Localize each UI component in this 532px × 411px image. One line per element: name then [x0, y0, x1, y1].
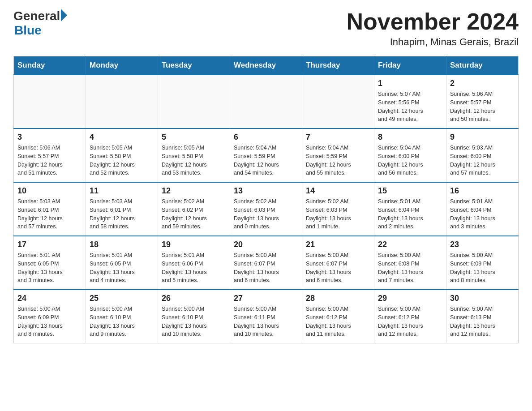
calendar-cell: 29Sunrise: 5:00 AMSunset: 6:12 PMDayligh…	[374, 290, 446, 343]
calendar-cell: 25Sunrise: 5:00 AMSunset: 6:10 PMDayligh…	[86, 290, 158, 343]
day-info: Sunrise: 5:01 AMSunset: 6:04 PMDaylight:…	[378, 197, 442, 231]
day-info: Sunrise: 5:07 AMSunset: 5:56 PMDaylight:…	[378, 90, 442, 124]
calendar-cell: 1Sunrise: 5:07 AMSunset: 5:56 PMDaylight…	[374, 75, 446, 128]
day-info: Sunrise: 5:05 AMSunset: 5:58 PMDaylight:…	[162, 144, 226, 177]
day-number: 7	[306, 133, 370, 142]
calendar-subtitle: Inhapim, Minas Gerais, Brazil	[347, 36, 519, 48]
day-info: Sunrise: 5:00 AMSunset: 6:10 PMDaylight:…	[162, 305, 226, 338]
day-info: Sunrise: 5:02 AMSunset: 6:02 PMDaylight:…	[162, 197, 226, 231]
day-info: Sunrise: 5:00 AMSunset: 6:09 PMDaylight:…	[450, 251, 515, 285]
calendar-cell: 23Sunrise: 5:00 AMSunset: 6:09 PMDayligh…	[446, 236, 519, 290]
day-number: 28	[306, 294, 370, 303]
weekday-header-tuesday: Tuesday	[158, 56, 230, 75]
day-number: 30	[450, 294, 515, 303]
day-info: Sunrise: 5:03 AMSunset: 6:01 PMDaylight:…	[90, 197, 154, 231]
day-number: 18	[90, 240, 154, 249]
day-number: 2	[450, 79, 515, 88]
day-number: 12	[162, 186, 226, 196]
calendar-cell: 22Sunrise: 5:00 AMSunset: 6:08 PMDayligh…	[374, 236, 446, 290]
day-number: 13	[234, 186, 298, 196]
day-number: 14	[306, 186, 370, 196]
calendar-cell: 16Sunrise: 5:01 AMSunset: 6:04 PMDayligh…	[446, 182, 519, 236]
day-number: 5	[162, 133, 226, 142]
calendar-cell: 8Sunrise: 5:04 AMSunset: 6:00 PMDaylight…	[374, 128, 446, 182]
day-info: Sunrise: 5:00 AMSunset: 6:10 PMDaylight:…	[90, 305, 154, 338]
day-info: Sunrise: 5:01 AMSunset: 6:05 PMDaylight:…	[90, 251, 154, 285]
day-number: 10	[17, 186, 82, 196]
calendar-cell: 28Sunrise: 5:00 AMSunset: 6:12 PMDayligh…	[302, 290, 374, 343]
day-number: 8	[378, 133, 442, 142]
day-info: Sunrise: 5:00 AMSunset: 6:13 PMDaylight:…	[450, 305, 515, 338]
calendar-cell: 2Sunrise: 5:06 AMSunset: 5:57 PMDaylight…	[446, 75, 519, 128]
calendar-cell: 15Sunrise: 5:01 AMSunset: 6:04 PMDayligh…	[374, 182, 446, 236]
day-number: 21	[306, 240, 370, 249]
weekday-header-saturday: Saturday	[446, 56, 519, 75]
day-info: Sunrise: 5:04 AMSunset: 5:59 PMDaylight:…	[306, 144, 370, 177]
header: General Blue November 2024 Inhapim, Mina…	[13, 9, 519, 48]
calendar-cell: 13Sunrise: 5:02 AMSunset: 6:03 PMDayligh…	[230, 182, 302, 236]
calendar-header: SundayMondayTuesdayWednesdayThursdayFrid…	[14, 56, 519, 75]
calendar-week-row: 1Sunrise: 5:07 AMSunset: 5:56 PMDaylight…	[14, 75, 519, 128]
day-number: 20	[234, 240, 298, 249]
day-number: 23	[450, 240, 515, 249]
calendar-cell: 24Sunrise: 5:00 AMSunset: 6:09 PMDayligh…	[14, 290, 86, 343]
calendar-cell: 18Sunrise: 5:01 AMSunset: 6:05 PMDayligh…	[86, 236, 158, 290]
calendar-cell: 26Sunrise: 5:00 AMSunset: 6:10 PMDayligh…	[158, 290, 230, 343]
day-info: Sunrise: 5:04 AMSunset: 6:00 PMDaylight:…	[378, 144, 442, 177]
calendar-cell: 19Sunrise: 5:01 AMSunset: 6:06 PMDayligh…	[158, 236, 230, 290]
calendar-cell: 11Sunrise: 5:03 AMSunset: 6:01 PMDayligh…	[86, 182, 158, 236]
calendar-week-row: 10Sunrise: 5:03 AMSunset: 6:01 PMDayligh…	[14, 182, 519, 236]
weekday-header-sunday: Sunday	[14, 56, 86, 75]
day-info: Sunrise: 5:00 AMSunset: 6:12 PMDaylight:…	[378, 305, 442, 338]
day-number: 4	[90, 133, 154, 142]
day-number: 17	[17, 240, 82, 249]
calendar-cell: 17Sunrise: 5:01 AMSunset: 6:05 PMDayligh…	[14, 236, 86, 290]
calendar-cell: 3Sunrise: 5:06 AMSunset: 5:57 PMDaylight…	[14, 128, 86, 182]
calendar-cell: 5Sunrise: 5:05 AMSunset: 5:58 PMDaylight…	[158, 128, 230, 182]
calendar-cell: 7Sunrise: 5:04 AMSunset: 5:59 PMDaylight…	[302, 128, 374, 182]
day-number: 1	[378, 79, 442, 88]
calendar-cell: 12Sunrise: 5:02 AMSunset: 6:02 PMDayligh…	[158, 182, 230, 236]
calendar-cell: 27Sunrise: 5:00 AMSunset: 6:11 PMDayligh…	[230, 290, 302, 343]
calendar-body: 1Sunrise: 5:07 AMSunset: 5:56 PMDaylight…	[14, 75, 519, 343]
day-info: Sunrise: 5:00 AMSunset: 6:07 PMDaylight:…	[306, 251, 370, 285]
calendar-cell	[14, 75, 86, 128]
calendar-cell	[158, 75, 230, 128]
calendar-table: SundayMondayTuesdayWednesdayThursdayFrid…	[13, 56, 519, 343]
day-number: 16	[450, 186, 515, 196]
day-number: 15	[378, 186, 442, 196]
calendar-cell: 10Sunrise: 5:03 AMSunset: 6:01 PMDayligh…	[14, 182, 86, 236]
day-number: 22	[378, 240, 442, 249]
day-number: 11	[90, 186, 154, 196]
day-info: Sunrise: 5:01 AMSunset: 6:04 PMDaylight:…	[450, 197, 515, 231]
calendar-cell	[302, 75, 374, 128]
calendar-week-row: 24Sunrise: 5:00 AMSunset: 6:09 PMDayligh…	[14, 290, 519, 343]
day-info: Sunrise: 5:01 AMSunset: 6:05 PMDaylight:…	[17, 251, 82, 285]
day-number: 29	[378, 294, 442, 303]
calendar-cell: 14Sunrise: 5:02 AMSunset: 6:03 PMDayligh…	[302, 182, 374, 236]
day-info: Sunrise: 5:01 AMSunset: 6:06 PMDaylight:…	[162, 251, 226, 285]
day-number: 3	[17, 133, 82, 142]
day-info: Sunrise: 5:00 AMSunset: 6:12 PMDaylight:…	[306, 305, 370, 338]
weekday-header-row: SundayMondayTuesdayWednesdayThursdayFrid…	[14, 56, 519, 75]
calendar-cell	[86, 75, 158, 128]
title-block: November 2024 Inhapim, Minas Gerais, Bra…	[347, 9, 519, 48]
day-number: 27	[234, 294, 298, 303]
day-info: Sunrise: 5:06 AMSunset: 5:57 PMDaylight:…	[450, 90, 515, 124]
calendar-title: November 2024	[347, 9, 519, 34]
day-info: Sunrise: 5:02 AMSunset: 6:03 PMDaylight:…	[306, 197, 370, 231]
day-number: 9	[450, 133, 515, 142]
calendar-week-row: 17Sunrise: 5:01 AMSunset: 6:05 PMDayligh…	[14, 236, 519, 290]
logo-general-text: General	[13, 9, 60, 23]
calendar-cell	[230, 75, 302, 128]
day-info: Sunrise: 5:00 AMSunset: 6:07 PMDaylight:…	[234, 251, 298, 285]
day-info: Sunrise: 5:05 AMSunset: 5:58 PMDaylight:…	[90, 144, 154, 177]
weekday-header-monday: Monday	[86, 56, 158, 75]
logo: General Blue	[13, 9, 67, 38]
day-info: Sunrise: 5:03 AMSunset: 6:01 PMDaylight:…	[17, 197, 82, 231]
day-info: Sunrise: 5:00 AMSunset: 6:08 PMDaylight:…	[378, 251, 442, 285]
day-info: Sunrise: 5:00 AMSunset: 6:09 PMDaylight:…	[17, 305, 82, 338]
logo-blue-text: Blue	[14, 23, 42, 38]
calendar-cell: 4Sunrise: 5:05 AMSunset: 5:58 PMDaylight…	[86, 128, 158, 182]
calendar-cell: 9Sunrise: 5:03 AMSunset: 6:00 PMDaylight…	[446, 128, 519, 182]
